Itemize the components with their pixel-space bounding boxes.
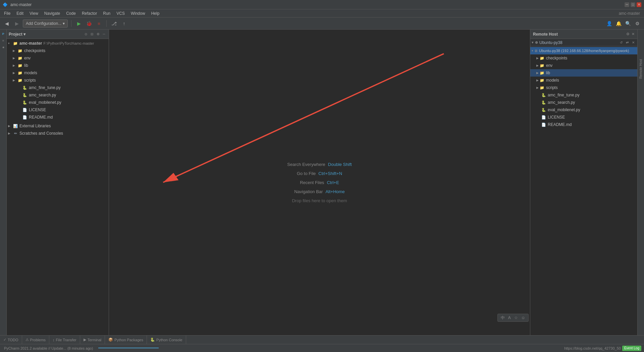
- user-icon[interactable]: 👤: [605, 19, 613, 28]
- tree-root[interactable]: ▾ 📁 amc-master F:\Python\PyTorch\amc-mas…: [7, 40, 109, 47]
- scroll-from-source-button[interactable]: ⊙: [83, 32, 89, 37]
- settings-button[interactable]: ⚙: [95, 32, 101, 37]
- bookmarks-icon[interactable]: ★: [0, 44, 6, 50]
- config-label: Add Configuration...: [26, 21, 61, 26]
- panel-header-buttons: ⊙ ⊟ ⚙ ─: [83, 32, 107, 37]
- tab-todo[interactable]: ✓ TODO: [0, 336, 22, 344]
- tree-item-lib[interactable]: ▶ 📁 lib: [7, 62, 109, 69]
- menu-file[interactable]: File: [1, 10, 13, 16]
- hint-search-everywhere-shortcut[interactable]: Double Shift: [328, 162, 352, 167]
- debug-button[interactable]: 🐞: [85, 19, 93, 28]
- settings-btn[interactable]: ⚙: [626, 32, 630, 36]
- remote-tree-scripts[interactable]: ▶ 📁 scripts: [530, 84, 637, 91]
- remote-tree-checkpoints[interactable]: ▶ 📁 checkpoints: [530, 54, 637, 62]
- remote-models-arrow-icon: ▶: [536, 79, 539, 82]
- hint-recent-files-shortcut[interactable]: Ctrl+E: [327, 180, 339, 185]
- connection-name[interactable]: Ubuntu-py38: [539, 40, 562, 45]
- update-button[interactable]: ↑: [120, 19, 128, 28]
- tree-item-external-libs[interactable]: ▶ 📊 External Libraries: [7, 122, 109, 130]
- tree-item-readme[interactable]: 📄 README.md: [7, 114, 109, 121]
- vcs-button[interactable]: ⎇: [110, 19, 118, 28]
- project-icon[interactable]: P: [0, 31, 6, 37]
- remote-tree-readme[interactable]: 📄 README.md: [530, 121, 637, 128]
- hint-navigation-bar-label: Navigation Bar: [294, 189, 323, 194]
- close-button[interactable]: ✕: [637, 2, 641, 7]
- floating-panel: 中 A ☆ ☺: [497, 314, 529, 322]
- float-btn-star[interactable]: ☆: [513, 315, 519, 320]
- hint-search-everywhere: Search Everywhere Double Shift: [287, 162, 352, 167]
- pycharm-version-text: PyCharm 2021.2 available // Update... (8…: [4, 346, 93, 350]
- tab-problems[interactable]: ⚠ Problems: [22, 336, 49, 344]
- hint-go-to-file-shortcut[interactable]: Ctrl+Shift+N: [318, 171, 342, 176]
- menu-run[interactable]: Run: [100, 10, 113, 16]
- remote-root-host[interactable]: ▾ 🖥 Ubuntu-py38 (192.168.66.128/home/liy…: [530, 47, 637, 54]
- remote-tree-amc-fine-tune[interactable]: 🐍 amc_fine_tune.py: [530, 91, 637, 99]
- menu-help[interactable]: Help: [149, 10, 162, 16]
- collapse-all-button[interactable]: ⊟: [89, 32, 95, 37]
- remote-tree-license[interactable]: 📄 LICENSE: [530, 114, 637, 121]
- models-label: models: [24, 71, 37, 75]
- remote-tree-lib[interactable]: ▶ 📁 lib: [530, 69, 637, 77]
- tree-item-env[interactable]: ▶ 📁 env: [7, 54, 109, 62]
- notifications-icon[interactable]: 🔔: [614, 19, 623, 28]
- remote-tree-eval-mobilenet[interactable]: 🐍 eval_mobilenet.py: [530, 106, 637, 114]
- tab-terminal[interactable]: ▶ Terminal: [80, 336, 105, 344]
- remote-scripts-label: scripts: [546, 85, 558, 90]
- menu-view[interactable]: View: [27, 10, 41, 16]
- tree-item-models[interactable]: ▶ 📁 models: [7, 69, 109, 77]
- tree-item-checkpoints[interactable]: ▶ 📁 checkpoints: [7, 47, 109, 54]
- models-folder-icon: 📁: [17, 70, 23, 76]
- external-libs-label: External Libraries: [19, 124, 51, 128]
- sync-btn[interactable]: ⇄: [625, 40, 630, 45]
- tree-item-license[interactable]: 📄 LICENSE: [7, 106, 109, 114]
- amc-fine-tune-label: amc_fine_tune.py: [29, 85, 61, 90]
- menu-edit[interactable]: Edit: [14, 10, 26, 16]
- menu-code[interactable]: Code: [63, 10, 78, 16]
- hint-recent-files-label: Recent Files: [300, 180, 324, 185]
- remote-host-side-label[interactable]: Remote Host: [638, 56, 643, 81]
- remote-tree-amc-search[interactable]: 🐍 amc_search.py: [530, 99, 637, 106]
- refresh-btn[interactable]: ↺: [619, 40, 624, 45]
- float-btn-a[interactable]: A: [507, 315, 512, 320]
- menu-refactor[interactable]: Refactor: [79, 10, 100, 16]
- menu-navigate[interactable]: Navigate: [42, 10, 63, 16]
- sidebar-icons-left: P ≡ ★: [0, 30, 7, 335]
- remote-tree-models[interactable]: ▶ 📁 models: [530, 77, 637, 84]
- minimize-button[interactable]: ─: [625, 2, 629, 7]
- float-btn-chinese[interactable]: 中: [500, 315, 506, 321]
- event-log-button[interactable]: Event Log: [622, 346, 641, 351]
- tree-item-amc-fine-tune[interactable]: 🐍 amc_fine_tune.py: [7, 84, 109, 91]
- tab-problems-label: Problems: [30, 338, 46, 342]
- menu-vcs[interactable]: VCS: [114, 10, 127, 16]
- structure-icon[interactable]: ≡: [0, 38, 6, 44]
- close-conn-btn[interactable]: ✕: [631, 40, 636, 45]
- remote-tree-env[interactable]: ▶ 📁 env: [530, 62, 637, 69]
- hide-panel-button[interactable]: ─: [101, 32, 107, 37]
- status-bar-right: https://blog.csdn.net/qq_42730_50 Event …: [564, 346, 641, 351]
- remote-root-arrow-icon: ▾: [532, 49, 533, 52]
- tree-item-amc-search[interactable]: 🐍 amc_search.py: [7, 91, 109, 99]
- forward-button[interactable]: ▶: [13, 19, 21, 28]
- close-remote-btn[interactable]: ✕: [632, 32, 635, 36]
- float-btn-face[interactable]: ☺: [520, 315, 526, 320]
- hint-navigation-bar-shortcut[interactable]: Alt+Home: [325, 189, 344, 194]
- tree-item-eval-mobilenet[interactable]: 🐍 eval_mobilenet.py: [7, 99, 109, 106]
- tab-file-transfer[interactable]: ↕ File Transfer: [49, 336, 80, 344]
- stop-button[interactable]: ■: [95, 19, 103, 28]
- add-configuration-dropdown[interactable]: Add Configuration... ▾: [23, 19, 68, 28]
- tree-item-scripts[interactable]: ▶ 📁 scripts: [7, 77, 109, 84]
- tab-python-packages[interactable]: 📦 Python Packages: [105, 336, 147, 344]
- menu-window[interactable]: Window: [128, 10, 148, 16]
- tab-python-console[interactable]: 🐍 Python Console: [147, 336, 186, 344]
- project-panel: Project ▾ ⊙ ⊟ ⚙ ─ ▾ 📁 amc-master F:\Pyth…: [7, 30, 109, 335]
- search-everywhere-button[interactable]: 🔍: [624, 19, 632, 28]
- remote-lib-label: lib: [546, 71, 550, 75]
- maximize-button[interactable]: □: [631, 2, 635, 7]
- tree-item-scratches[interactable]: ▶ ✏ Scratches and Consoles: [7, 130, 109, 137]
- url-text[interactable]: https://blog.csdn.net/qq_42730_50: [564, 346, 621, 350]
- bottom-tabs: ✓ TODO ⚠ Problems ↕ File Transfer ▶ Term…: [0, 335, 644, 344]
- pycharm-update-status[interactable]: PyCharm 2021.2 available // Update... (8…: [3, 344, 94, 352]
- run-button[interactable]: ▶: [75, 19, 83, 28]
- back-button[interactable]: ◀: [3, 19, 11, 28]
- settings-icon[interactable]: ⚙: [633, 19, 641, 28]
